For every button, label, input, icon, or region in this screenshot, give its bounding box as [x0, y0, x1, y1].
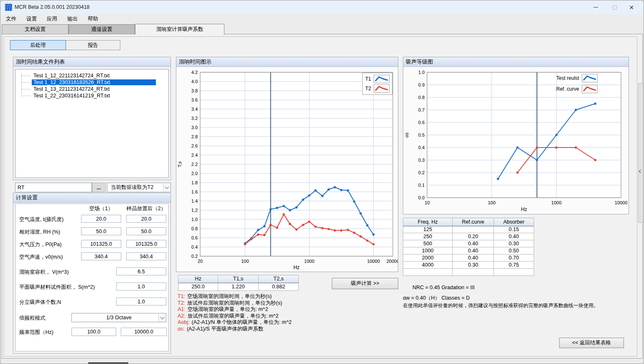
octave-mode-dropdown[interactable]: 1/3 Octave	[71, 313, 166, 322]
file-name: Test 1_12_221123142724_RT.txt	[32, 73, 111, 79]
back-to-results-button[interactable]: << 返回结果表格	[559, 338, 624, 348]
table-header: Freq. Hz	[403, 218, 453, 226]
table-cell: 0.30	[453, 262, 494, 269]
svg-text:3.6: 3.6	[191, 97, 198, 102]
data-read-dropdown[interactable]: 当前数据读取为T2	[107, 183, 171, 192]
dropdown-arrow-box[interactable]	[163, 183, 170, 191]
table-cell: 0.40	[453, 247, 494, 255]
svg-text:2.8: 2.8	[191, 134, 198, 139]
tab-1[interactable]: 文档设置	[2, 24, 69, 34]
table-cell: 500	[403, 240, 453, 247]
file-list-item[interactable]: Test 1_12_230316183526_RT.txt	[15, 79, 156, 86]
file-name: Test 1_13_221123142724_RT.txt	[32, 86, 111, 92]
tab-post-processing[interactable]: 后处理	[10, 40, 66, 50]
calc-input-empty-2[interactable]	[81, 227, 121, 235]
table-cell: 0.75	[494, 262, 534, 269]
menu-3[interactable]: 应用	[46, 15, 59, 23]
file-name: Test 1_12_230316183526_RT.txt	[32, 79, 156, 85]
svg-text:3.8: 3.8	[191, 88, 198, 93]
annotation-text: 放试件后混响室的混响时间，单位为秒(s)	[187, 300, 282, 306]
table-cell: 0.40	[453, 255, 494, 262]
panel-collapse-splitter[interactable]	[638, 83, 643, 223]
menu-2[interactable]: 设置	[25, 15, 38, 23]
rt-chart[interactable]: 0.20.40.60.81.01.21.41.61.82.02.22.42.62…	[176, 67, 398, 271]
svg-text:100: 100	[488, 200, 495, 205]
svg-text:1.0: 1.0	[191, 217, 198, 222]
table-cell	[453, 226, 494, 233]
calc-input-empty-4[interactable]	[81, 252, 121, 260]
close-button[interactable]: ✕	[622, 0, 641, 14]
svg-text:1000: 1000	[304, 259, 314, 264]
rt-chart-title: 混响时间图示	[176, 57, 398, 67]
calc-input-sample-4[interactable]	[126, 252, 166, 260]
chevron-down-icon	[160, 315, 164, 319]
legend-entry: Ref. curve	[556, 85, 598, 93]
tab-strip: 文档设置通道设置混响室计算吸声系数	[0, 23, 644, 34]
svg-text:4.0: 4.0	[191, 79, 198, 84]
table-cell: 0.50	[494, 247, 534, 255]
table-header: Hz	[178, 275, 218, 283]
file-list-item[interactable]: Test 1_22_230316141219_RT.txt	[15, 92, 112, 99]
taskbar-sliver	[88, 362, 128, 364]
file-name: Test 1_22_230316141219_RT.txt	[32, 93, 112, 99]
tab-3[interactable]: 混响室计算吸声系数	[135, 24, 224, 35]
absorption-calc-button[interactable]: 吸声计算 >>	[332, 278, 398, 289]
svg-text:1.6: 1.6	[191, 189, 198, 194]
series-curve-icon	[582, 85, 598, 93]
svg-text:100: 100	[241, 259, 249, 264]
file-list-item[interactable]: Test 1_12_221123142724_RT.txt	[15, 72, 111, 79]
calc-row-label: 大气压力，P0(Pa)	[19, 241, 61, 248]
file-list-item[interactable]: Test 1_13_221123142724_RT.txt	[15, 86, 111, 92]
tab-2[interactable]: 通道设置	[69, 24, 135, 34]
minimize-button[interactable]	[586, 0, 605, 14]
rt-file-list[interactable]: Test 1_12_221123142724_RT.txtTest 1_12_2…	[15, 69, 169, 178]
svg-text:0.6: 0.6	[418, 120, 425, 125]
rt-name-input[interactable]	[15, 183, 92, 192]
calc-single-input-1[interactable]	[116, 267, 166, 275]
svg-text:T,s: T,s	[177, 161, 182, 167]
table-cell: 1000	[403, 247, 453, 255]
annotation-text: 放试件后混响室的吸声量，单位为: m^2	[188, 313, 279, 319]
table-row: 40000.300.75	[403, 262, 534, 269]
svg-text:0.2: 0.2	[418, 170, 425, 175]
calc-single-label: 混响室容积， V(m^3)	[19, 269, 69, 276]
svg-text:0.9: 0.9	[418, 82, 425, 87]
annotation-text: (A2-A1)/S 平面吸声体的吸声系数	[187, 326, 263, 332]
annotation-key: A2:	[178, 313, 186, 319]
table-cell: 250.0	[178, 283, 218, 291]
rating-chart-legend: Test reulstRef. curve	[556, 74, 598, 93]
table-header: Absorber	[494, 218, 534, 226]
calc-input-sample-2[interactable]	[126, 227, 166, 235]
calc-single-input-2[interactable]	[116, 283, 166, 290]
menu-1[interactable]: 文件	[5, 15, 18, 23]
calc-input-empty-3[interactable]	[81, 240, 121, 248]
calc-input-sample-3[interactable]	[126, 240, 166, 248]
freq-max-input[interactable]	[121, 328, 167, 336]
menu-5[interactable]: 帮助	[87, 15, 99, 23]
table-cell: 0.40	[494, 233, 534, 240]
calc-input-empty-1[interactable]	[81, 215, 121, 223]
browse-button[interactable]: ...	[92, 183, 106, 192]
dropdown-arrow-box[interactable]	[158, 314, 165, 321]
calc-input-sample-1[interactable]	[126, 215, 166, 223]
annotation-key: A1:	[178, 306, 186, 312]
table-cell: 1.220	[218, 283, 259, 291]
menu-4[interactable]: 输出	[66, 15, 79, 23]
title-bar: MCR Beta 2.05.0.001 20230418 ✕	[0, 0, 644, 14]
table-cell	[494, 269, 534, 276]
calc-row-label: 相对湿度, RH (%)	[19, 229, 60, 236]
rt-file-list-title: 混时间结果文件列表	[13, 57, 171, 67]
svg-text:0.1: 0.1	[418, 183, 425, 188]
calc-row-label: 空气温度, t(摄氏度)	[19, 216, 64, 223]
svg-text:Hz: Hz	[293, 265, 300, 270]
svg-text:20: 20	[198, 259, 203, 264]
legend-entry: T2	[365, 84, 389, 93]
legend-label: T1	[365, 76, 371, 82]
series-curve-icon	[582, 74, 598, 82]
calc-single-input-3[interactable]	[116, 298, 166, 305]
table-cell: 250	[403, 233, 453, 240]
annotation-line: αs:(A2-A1)/S 平面吸声体的吸声系数	[178, 326, 292, 332]
svg-text:2.4: 2.4	[191, 153, 198, 158]
freq-min-input[interactable]	[71, 328, 116, 336]
tab-report[interactable]: 报告	[66, 40, 120, 50]
